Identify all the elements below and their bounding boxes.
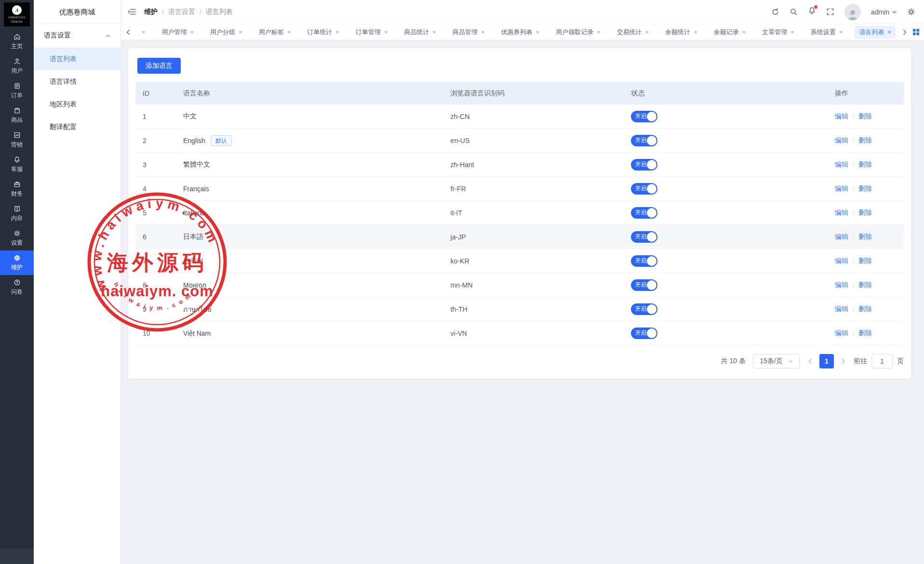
tab-item[interactable]: 订单管理 (351, 26, 392, 39)
status-toggle[interactable]: 开启 (631, 207, 657, 219)
notifications-button[interactable] (808, 7, 816, 17)
next-page-button[interactable] (840, 358, 846, 365)
rail-item-orders[interactable]: 订单 (0, 79, 34, 103)
edit-link[interactable]: 编辑 (835, 257, 848, 264)
delete-link[interactable]: 删除 (858, 209, 872, 216)
status-toggle[interactable]: 开启 (631, 279, 657, 291)
tab-item[interactable]: 余额统计 (661, 26, 702, 39)
status-toggle[interactable]: 开启 (631, 183, 657, 195)
edit-link[interactable]: 编辑 (835, 112, 848, 120)
edit-link[interactable]: 编辑 (835, 233, 848, 240)
tab-close-icon[interactable] (790, 29, 794, 35)
tab-label: 商品管理 (453, 28, 478, 37)
tab-item[interactable]: 用户标签 (254, 26, 295, 39)
status-toggle[interactable]: 开启 (631, 159, 657, 171)
tab-item[interactable]: 余额记录 (710, 26, 750, 39)
rail-item-users[interactable]: 用户 (0, 54, 34, 79)
rail-item-maintenance[interactable]: 维护 (0, 250, 34, 275)
tab-item[interactable]: 商品管理 (448, 26, 489, 39)
delete-link[interactable]: 删除 (858, 281, 872, 289)
rail-item-goods[interactable]: 商品 (0, 103, 34, 128)
edit-link[interactable]: 编辑 (835, 305, 848, 313)
rail-item-marketing[interactable]: 营销 (0, 128, 34, 152)
edit-link[interactable]: 编辑 (835, 160, 848, 168)
status-toggle[interactable]: 开启 (631, 303, 657, 315)
prev-page-button[interactable] (807, 358, 813, 365)
tab-item[interactable]: 交易统计 (612, 26, 653, 39)
user-menu[interactable]: admin (871, 8, 897, 16)
tab-item[interactable]: 用户分组 (206, 26, 247, 39)
tab-close-icon[interactable] (432, 29, 436, 35)
sidebar-menu-item[interactable]: 语言列表 (34, 48, 121, 70)
tab-item[interactable]: 用户管理 (158, 26, 199, 39)
tabs-grid-menu-icon[interactable] (913, 29, 919, 35)
delete-link[interactable]: 删除 (858, 184, 872, 192)
tab-close-icon[interactable] (287, 29, 291, 35)
tab-close-icon[interactable] (597, 29, 601, 35)
tab-close-icon[interactable] (645, 29, 649, 35)
tab-item[interactable]: 语言列表 (855, 26, 896, 39)
delete-link[interactable]: 删除 (858, 160, 872, 168)
page-size-select[interactable]: 15条/页 (753, 354, 800, 368)
sidebar-menu-item[interactable]: 翻译配置 (34, 116, 121, 138)
refresh-icon[interactable] (771, 8, 779, 16)
tab-item[interactable]: 订单统计 (303, 26, 344, 39)
tab-close-icon[interactable] (190, 29, 194, 35)
goto-page-input[interactable] (871, 354, 893, 368)
hamburger-icon[interactable] (128, 7, 137, 16)
status-toggle[interactable]: 开启 (631, 111, 657, 122)
menu-group-language-settings[interactable]: 语言设置 (34, 24, 121, 48)
tab-close-icon[interactable] (142, 29, 146, 35)
tab-close-icon[interactable] (742, 29, 746, 35)
edit-link[interactable]: 编辑 (835, 136, 848, 144)
tab-close-icon[interactable] (481, 29, 485, 35)
page-settings-gear-icon[interactable] (907, 8, 915, 16)
status-toggle[interactable]: 开启 (631, 328, 657, 339)
tab-item[interactable] (137, 27, 150, 37)
fullscreen-icon[interactable] (826, 8, 834, 16)
tab-item[interactable]: 文章管理 (758, 26, 799, 39)
edit-link[interactable]: 编辑 (835, 329, 848, 337)
tabs-scroll-right-button[interactable] (901, 29, 908, 36)
avatar[interactable] (844, 4, 861, 20)
edit-link[interactable]: 编辑 (835, 209, 848, 216)
delete-link[interactable]: 删除 (858, 136, 872, 144)
status-toggle[interactable]: 开启 (631, 255, 657, 267)
delete-link[interactable]: 删除 (858, 233, 872, 240)
current-page-button[interactable]: 1 (819, 354, 834, 368)
rail-item-service[interactable]: 客服 (0, 152, 34, 177)
tab-item[interactable]: 优惠券列表 (496, 26, 544, 39)
breadcrumb-root[interactable]: 维护 (144, 8, 158, 16)
rail-item-finance[interactable]: 财务 (0, 177, 34, 201)
tab-close-icon[interactable] (839, 29, 843, 35)
delete-link[interactable]: 删除 (858, 305, 872, 313)
rail-item-content[interactable]: 内容 (0, 201, 34, 226)
survey-icon (13, 279, 21, 286)
tab-item[interactable]: 商品统计 (400, 26, 441, 39)
rail-item-survey[interactable]: 问卷 (0, 275, 34, 300)
edit-link[interactable]: 编辑 (835, 281, 848, 289)
tabs-scroll-left-button[interactable] (125, 29, 132, 36)
sidebar-menu-item[interactable]: 地区列表 (34, 93, 121, 116)
tab-close-icon[interactable] (335, 29, 339, 35)
delete-link[interactable]: 删除 (858, 257, 872, 264)
tab-close-icon[interactable] (239, 29, 242, 35)
app-logo[interactable]: A AMERICAN DREAM (4, 2, 30, 26)
rail-item-home[interactable]: 主页 (0, 29, 34, 54)
search-icon[interactable] (790, 8, 798, 16)
tab-item[interactable]: 系统设置 (806, 26, 847, 39)
tab-item[interactable]: 用户领取记录 (551, 26, 605, 39)
tab-close-icon[interactable] (536, 29, 539, 35)
tab-close-icon[interactable] (694, 29, 697, 35)
sidebar-menu-item[interactable]: 语言详情 (34, 70, 121, 93)
status-toggle[interactable]: 开启 (631, 231, 657, 243)
rail-item-settings[interactable]: 设置 (0, 226, 34, 250)
delete-link[interactable]: 删除 (858, 112, 872, 120)
delete-link[interactable]: 删除 (858, 329, 872, 337)
edit-link[interactable]: 编辑 (835, 184, 848, 192)
status-toggle[interactable]: 开启 (631, 135, 657, 146)
breadcrumb-mid[interactable]: 语言设置 (168, 8, 195, 16)
tab-close-icon[interactable] (887, 29, 891, 35)
add-language-button[interactable]: 添加语言 (137, 58, 181, 74)
tab-close-icon[interactable] (384, 29, 388, 35)
